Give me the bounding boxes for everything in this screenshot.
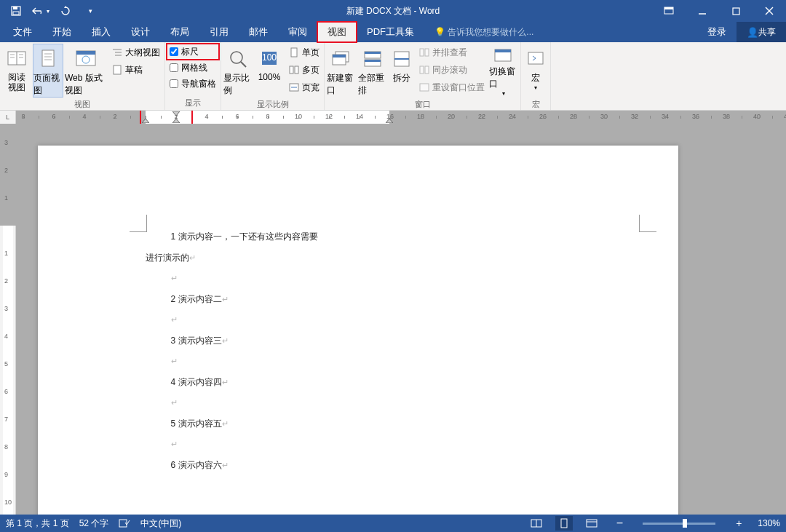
empty-line[interactable]: ↵	[146, 350, 416, 371]
draft-view-button[interactable]: 草稿	[108, 61, 163, 79]
svg-rect-41	[365, 60, 381, 62]
web-view-button[interactable]: Web 版式视图	[64, 44, 108, 98]
zoom-100-button[interactable]: 100100%	[254, 44, 285, 98]
tab-mailings[interactable]: 邮件	[239, 22, 278, 42]
read-mode-icon[interactable]	[528, 516, 545, 531]
nav-checkbox[interactable]: 导航窗格	[167, 76, 219, 92]
close-button[interactable]	[753, 0, 786, 22]
grid-check-input[interactable]	[170, 63, 178, 72]
ribbon-options-button[interactable]	[652, 0, 686, 22]
zoom-thumb[interactable]	[683, 519, 687, 528]
paragraph-6[interactable]: 6 演示内容六↵	[146, 454, 416, 475]
macro-button[interactable]: 宏▾	[523, 44, 549, 98]
zoom-100-label: 100%	[258, 72, 281, 82]
arrange-icon	[361, 47, 384, 71]
zoom-100-icon: 100	[258, 47, 281, 71]
ruler-corner[interactable]: L	[0, 111, 16, 124]
paragraph-4[interactable]: 4 演示内容四↵	[146, 371, 416, 392]
empty-line[interactable]: ↵	[146, 392, 416, 413]
svg-rect-32	[295, 66, 298, 74]
macro-label: 宏	[531, 72, 540, 84]
web-layout-icon[interactable]	[583, 516, 600, 531]
document-area[interactable]: 1 演示内容一，一下还有这些内容需要 进行演示的↵ ↵ 2 演示内容二↵ ↵ 3…	[16, 124, 786, 515]
zoom-level[interactable]: 130%	[758, 518, 780, 528]
horizontal-ruler[interactable]: L 86422468101214161820222426283032343638…	[0, 111, 786, 124]
tell-me-search[interactable]: 💡 告诉我您想要做什么...	[434, 26, 533, 39]
empty-line[interactable]: ↵	[146, 309, 416, 330]
tab-file[interactable]: 文件	[3, 22, 42, 42]
vertical-ruler[interactable]: 432112345678910111213	[0, 124, 16, 515]
tab-review[interactable]: 审阅	[278, 22, 317, 42]
arrange-all-button[interactable]: 全部重排	[357, 44, 388, 98]
views-group-label: 视图	[1, 98, 163, 111]
login-button[interactable]: 登录	[697, 22, 737, 42]
read-view-button[interactable]: 阅读 视图	[1, 44, 32, 98]
multi-page-icon	[288, 64, 300, 76]
tab-insert[interactable]: 插入	[82, 22, 121, 42]
read-view-label: 阅读 视图	[8, 72, 25, 93]
para4-text: 4 演示内容四	[171, 377, 222, 387]
quick-access-toolbar: ▾ ▾	[0, 1, 100, 21]
grid-checkbox[interactable]: 网格线	[167, 60, 219, 76]
page-view-button[interactable]: 页面视图	[33, 44, 63, 98]
new-window-button[interactable]: 新建窗口	[326, 44, 357, 98]
para1-text: 1 演示内容一，一下还有这些内容需要	[171, 231, 318, 242]
maximize-button[interactable]	[719, 0, 753, 22]
outline-view-button[interactable]: 大纲视图	[108, 44, 163, 61]
ribbon-group-views: 阅读 视图 页面视图 Web 版式视图 大纲视图 草稿 视图	[0, 42, 165, 110]
nav-check-input[interactable]	[170, 79, 178, 88]
ruler-checkbox[interactable]: 标尺	[167, 44, 219, 60]
tab-design[interactable]: 设计	[121, 22, 160, 42]
share-button[interactable]: 👤 共享	[737, 22, 786, 42]
paragraph-1b[interactable]: 进行演示的↵	[146, 247, 416, 268]
minimize-button[interactable]	[686, 0, 719, 22]
return-mark: ↵	[171, 357, 178, 365]
window-group-label: 窗口	[326, 98, 519, 111]
macro-group-label: 宏	[523, 98, 549, 111]
para5-text: 5 演示内容五	[171, 418, 222, 429]
ruler-h-track[interactable]: 8642246810121416182022242628303234363840…	[16, 111, 786, 124]
paragraph-1[interactable]: 1 演示内容一，一下还有这些内容需要	[146, 226, 416, 247]
tab-view[interactable]: 视图	[317, 22, 357, 42]
zoom-in-button[interactable]: +	[730, 516, 747, 531]
zoom-button[interactable]: 显示比例	[223, 44, 253, 98]
workspace: 432112345678910111213 1 演示内容一，一下还有这些内容需要…	[0, 124, 786, 515]
ruler-check-input[interactable]	[170, 47, 178, 56]
paragraph-2[interactable]: 2 演示内容二↵	[146, 288, 416, 309]
word-count[interactable]: 52 个字	[79, 517, 109, 530]
undo-button[interactable]: ▾	[31, 1, 51, 21]
print-layout-icon[interactable]	[555, 516, 573, 531]
paragraph-5[interactable]: 5 演示内容五↵	[146, 413, 416, 434]
language-indicator[interactable]: 中文(中国)	[140, 517, 181, 530]
multi-page-button[interactable]: 多页	[285, 61, 322, 79]
spellcheck-icon[interactable]	[119, 518, 130, 528]
reset-label: 重设窗口位置	[432, 82, 485, 94]
sync-scroll-button: 同步滚动	[416, 61, 488, 79]
qat-customize[interactable]: ▾	[80, 1, 100, 21]
single-page-button[interactable]: 单页	[285, 44, 322, 61]
tab-pdf[interactable]: PDF工具集	[357, 22, 424, 42]
return-mark: ↵	[222, 378, 229, 386]
page[interactable]: 1 演示内容一，一下还有这些内容需要 进行演示的↵ ↵ 2 演示内容二↵ ↵ 3…	[38, 146, 678, 515]
switch-label: 切换窗口	[489, 65, 518, 90]
zoom-slider[interactable]	[643, 523, 715, 525]
empty-line[interactable]: ↵	[146, 267, 416, 288]
zoom-out-button[interactable]: −	[611, 516, 628, 531]
side-label: 并排查看	[432, 47, 467, 59]
return-mark: ↵	[189, 253, 196, 262]
save-button[interactable]	[6, 1, 26, 21]
redo-button[interactable]	[55, 1, 76, 21]
tab-home[interactable]: 开始	[42, 22, 82, 42]
svg-rect-20	[76, 51, 95, 55]
empty-line[interactable]: ↵	[146, 433, 416, 454]
svg-rect-45	[425, 49, 429, 56]
tab-layout[interactable]: 布局	[160, 22, 199, 42]
page-width-button[interactable]: 页宽	[285, 79, 322, 96]
svg-rect-46	[420, 66, 424, 74]
tab-references[interactable]: 引用	[199, 22, 239, 42]
split-button[interactable]: 拆分	[389, 44, 415, 98]
paragraph-3[interactable]: 3 演示内容三↵	[146, 330, 416, 351]
svg-rect-48	[420, 84, 429, 91]
switch-window-button[interactable]: 切换窗口▾	[488, 44, 519, 98]
page-indicator[interactable]: 第 1 页，共 1 页	[6, 517, 69, 530]
